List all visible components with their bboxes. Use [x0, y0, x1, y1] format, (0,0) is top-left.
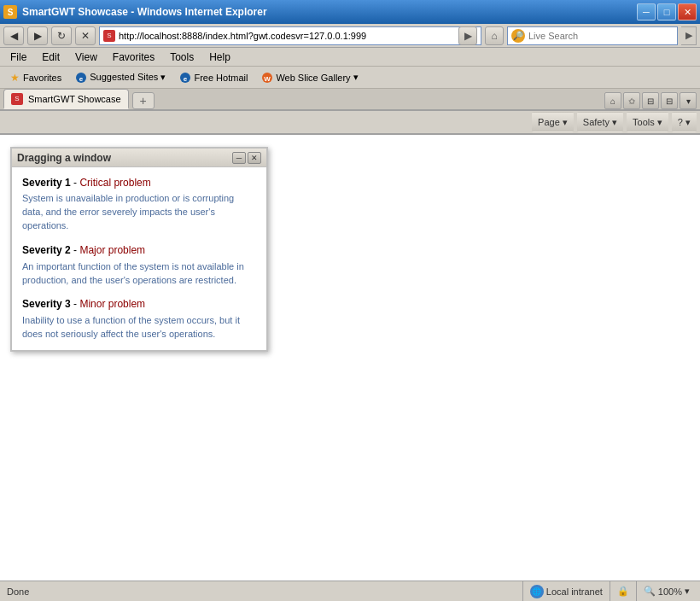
page-toolbar: Page ▾ Safety ▾ Tools ▾ ? ▾ — [0, 111, 700, 135]
severity-3-desc: Inability to use a function of the syste… — [22, 314, 256, 341]
title-bar-left: S SmartGWT Showcase - Windows Internet E… — [3, 5, 267, 19]
tools-button[interactable]: Tools ▾ — [627, 112, 668, 132]
drag-window-title: Dragging a window — [17, 152, 111, 164]
svg-text:e: e — [79, 74, 84, 82]
menu-edit[interactable]: Edit — [35, 50, 67, 65]
address-input[interactable] — [119, 31, 455, 41]
severity-1-level: Critical problem — [79, 177, 150, 189]
intranet-zone: 🌐 Local intranet — [522, 581, 610, 601]
severity-2-block: Severity 2 - Major problem An important … — [22, 243, 256, 287]
menu-help[interactable]: Help — [202, 50, 237, 65]
zoom-icon: 🔍 — [644, 586, 656, 597]
globe-icon: 🌐 — [530, 585, 544, 598]
new-tab-button[interactable]: + — [132, 92, 155, 109]
tab-feeds-button[interactable]: ✩ — [623, 92, 640, 109]
severity-1-desc: System is unavailable in production or i… — [22, 192, 256, 233]
favorites-label: Favorites — [23, 73, 61, 83]
zoom-label: 100% — [658, 586, 682, 597]
app-icon: S — [3, 5, 17, 19]
drag-window-controls: ─ ✕ — [232, 152, 261, 164]
home-button[interactable]: ⌂ — [485, 26, 504, 45]
tab-home-button[interactable]: ⌂ — [604, 92, 621, 109]
web-slice-dropdown-icon: ▾ — [353, 72, 359, 83]
severity-2-level: Major problem — [79, 244, 145, 256]
address-input-container: S ▶ — [99, 26, 481, 45]
help-button[interactable]: ? ▾ — [672, 112, 697, 132]
severity-3-block: Severity 3 - Minor problem Inability to … — [22, 297, 256, 341]
suggested-sites-label: Suggested Sites ▾ — [90, 72, 166, 83]
favorites-star-icon: ★ — [9, 72, 20, 84]
zoom-area[interactable]: 🔍 100% ▾ — [636, 581, 697, 601]
hotmail-icon: e — [179, 72, 191, 84]
minimize-button[interactable]: ─ — [637, 3, 656, 20]
refresh-button[interactable]: ↻ — [51, 26, 72, 45]
favorites-button[interactable]: ★ Favorites — [5, 70, 65, 85]
safety-button[interactable]: Safety ▾ — [577, 112, 623, 132]
drag-window-close[interactable]: ✕ — [248, 152, 261, 164]
severity-3-title: Severity 3 - Minor problem — [22, 297, 256, 312]
security-area: 🔒 — [610, 581, 636, 601]
tab-page-button[interactable]: ▾ — [680, 92, 697, 109]
intranet-label: Local intranet — [546, 586, 603, 597]
tab-bar: S SmartGWT Showcase + ⌂ ✩ ⊟ ⊟ ▾ — [0, 89, 700, 111]
severity-2-desc: An important function of the system is n… — [22, 260, 256, 288]
tab-favicon: S — [11, 93, 23, 105]
suggested-sites-button[interactable]: e Suggested Sites ▾ — [72, 70, 169, 85]
web-slice-icon: W — [261, 72, 273, 84]
severity-2-title: Severity 2 - Major problem — [22, 243, 256, 258]
hotmail-label: Free Hotmail — [194, 73, 248, 83]
search-go-button[interactable]: ▶ — [681, 26, 697, 45]
menu-tools[interactable]: Tools — [163, 50, 201, 65]
drag-window-content: Severity 1 - Critical problem System is … — [12, 167, 266, 350]
severity-1-block: Severity 1 - Critical problem System is … — [22, 176, 256, 233]
zoom-dropdown-icon: ▾ — [685, 586, 690, 597]
status-text: Done — [3, 586, 522, 597]
forward-button[interactable]: ▶ — [27, 26, 48, 45]
suggested-sites-icon: e — [75, 72, 87, 84]
tab-tools-button[interactable]: ⊟ — [661, 92, 678, 109]
address-favicon: S — [103, 30, 115, 42]
app-icon-letter: S — [8, 8, 14, 17]
page-toolbar-right: Page ▾ Safety ▾ Tools ▾ ? ▾ — [532, 112, 697, 132]
status-bar: Done 🌐 Local intranet 🔒 🔍 100% ▾ — [0, 581, 700, 601]
severity-1-label: Severity 1 — [22, 177, 71, 189]
severity-3-level: Minor problem — [79, 298, 145, 310]
drag-window-titlebar[interactable]: Dragging a window ─ ✕ — [12, 149, 266, 167]
close-button[interactable]: ✕ — [678, 3, 697, 20]
search-engine-icon: 🔎 — [511, 29, 525, 43]
address-go-button[interactable]: ▶ — [458, 26, 477, 45]
web-slice-label: Web Slice Gallery — [276, 73, 350, 83]
drag-window: Dragging a window ─ ✕ Severity 1 - Criti… — [10, 147, 268, 352]
window-title: SmartGWT Showcase - Windows Internet Exp… — [22, 6, 267, 18]
menu-view[interactable]: View — [68, 50, 104, 65]
svg-text:e: e — [184, 74, 188, 82]
web-slice-gallery-button[interactable]: W Web Slice Gallery ▾ — [258, 70, 361, 85]
address-bar: ◀ ▶ ↻ ✕ S ▶ ⌂ 🔎 ▶ — [0, 24, 700, 48]
drag-window-minimize[interactable]: ─ — [232, 152, 246, 164]
menu-file[interactable]: File — [3, 50, 33, 65]
tab-title: SmartGWT Showcase — [28, 94, 121, 104]
severity-3-label: Severity 3 — [22, 298, 71, 310]
title-bar-controls: ─ □ ✕ — [637, 3, 697, 20]
severity-1-title: Severity 1 - Critical problem — [22, 176, 256, 190]
back-button[interactable]: ◀ — [3, 26, 24, 45]
free-hotmail-button[interactable]: e Free Hotmail — [176, 70, 251, 85]
search-input[interactable] — [528, 31, 674, 41]
search-container: 🔎 — [507, 26, 678, 45]
menu-favorites[interactable]: Favorites — [106, 50, 161, 65]
tab-print-button[interactable]: ⊟ — [642, 92, 659, 109]
page-button[interactable]: Page ▾ — [532, 112, 574, 132]
stop-button[interactable]: ✕ — [75, 26, 96, 45]
title-bar: S SmartGWT Showcase - Windows Internet E… — [0, 0, 700, 24]
menu-bar: File Edit View Favorites Tools Help — [0, 48, 700, 67]
svg-text:W: W — [265, 74, 271, 82]
lock-icon: 🔒 — [617, 586, 629, 598]
favorites-bar: ★ Favorites e Suggested Sites ▾ e Free H… — [0, 67, 700, 89]
main-content: Dragging a window ─ ✕ Severity 1 - Criti… — [0, 135, 700, 507]
severity-2-label: Severity 2 — [22, 244, 71, 256]
active-tab[interactable]: S SmartGWT Showcase — [3, 89, 129, 109]
maximize-button[interactable]: □ — [657, 3, 676, 20]
tab-tools: ⌂ ✩ ⊟ ⊟ ▾ — [604, 92, 697, 109]
